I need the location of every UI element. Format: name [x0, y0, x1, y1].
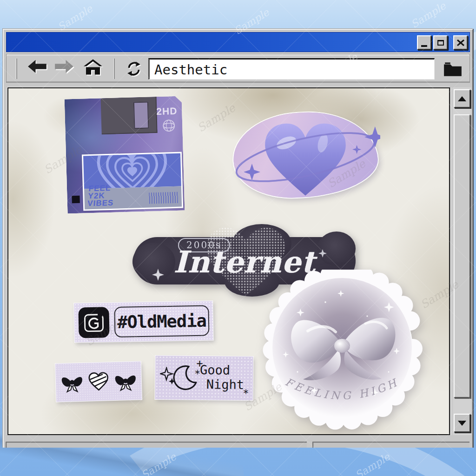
maximize-icon — [437, 40, 444, 46]
goodnight-sticker: + * Good Night * — [155, 356, 253, 400]
close-button[interactable] — [453, 35, 468, 50]
write-protect-notch — [72, 196, 79, 203]
page-content: 2HD — [7, 87, 450, 435]
striped-heart-icon — [87, 371, 109, 391]
forward-icon — [55, 60, 73, 73]
back-button[interactable] — [28, 60, 46, 75]
heart-planet-sticker — [233, 112, 377, 197]
sparkle-icon — [318, 249, 327, 258]
floppy-slogan: FEEL Y2K VIBES — [87, 184, 115, 207]
sparkle-icon — [152, 269, 164, 281]
home-button[interactable] — [84, 59, 102, 77]
desktop: 2HD — [0, 0, 476, 476]
floppy-label: FEEL Y2K VIBES — [82, 152, 183, 211]
refresh-icon — [126, 60, 142, 77]
goodnight-text: Good Night — [200, 363, 245, 392]
toolbar-separator — [113, 59, 115, 79]
status-bar — [5, 437, 471, 448]
home-icon — [84, 59, 102, 75]
hashtag-label: #OldMedia — [114, 305, 209, 338]
down-arrow-icon — [458, 421, 466, 426]
floppy-shutter — [101, 97, 158, 134]
heart-planet-icon — [231, 109, 380, 201]
browser-toolbar — [6, 54, 470, 83]
forward-button[interactable] — [55, 60, 73, 75]
bow-icon — [114, 370, 137, 392]
bows-sticker — [55, 361, 142, 402]
moon-icon — [173, 364, 198, 392]
floppy-disk-sticker: 2HD — [65, 96, 185, 214]
address-input[interactable] — [148, 58, 435, 79]
scrollbar-thumb[interactable] — [454, 114, 470, 398]
floppy-format-label: 2HD — [156, 106, 178, 117]
star-mark: * — [243, 388, 249, 399]
status-panel-left — [6, 442, 307, 448]
browser-window: 2HD — [3, 29, 473, 448]
barcode — [149, 192, 178, 204]
oldmedia-sticker: #OldMedia — [74, 301, 213, 342]
scroll-down-button[interactable] — [454, 414, 470, 432]
up-arrow-icon — [458, 96, 466, 101]
title-bar[interactable] — [6, 32, 470, 52]
maximize-button[interactable] — [433, 35, 448, 50]
doily-bow-sticker: FEELING HIGH — [256, 270, 429, 431]
folder-button[interactable] — [443, 59, 463, 79]
status-panel-right — [312, 442, 469, 448]
refresh-button[interactable] — [126, 60, 142, 79]
bow-icon — [60, 371, 83, 393]
floppy-shutter-window — [133, 102, 149, 129]
folder-icon — [443, 59, 463, 78]
retro-camera-icon — [78, 307, 109, 338]
scroll-up-button[interactable] — [454, 89, 470, 108]
minimize-icon — [421, 45, 427, 47]
vertical-scrollbar[interactable] — [452, 87, 471, 435]
minimize-button[interactable] — [417, 35, 431, 50]
toolbar-separator — [16, 59, 17, 79]
floppy-label-band: FEEL Y2K VIBES — [84, 186, 182, 210]
back-icon — [28, 60, 46, 73]
globe-icon — [162, 119, 176, 135]
close-icon — [457, 40, 464, 46]
